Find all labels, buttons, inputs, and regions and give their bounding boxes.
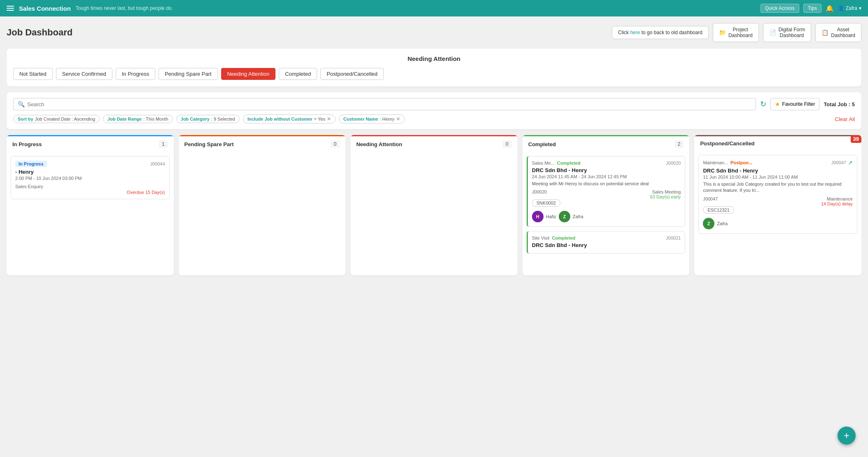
job-ref-j00020: J00020 [532, 189, 547, 194]
kanban-col-body-needing [350, 152, 518, 275]
project-dashboard-button[interactable]: 📁 ProjectDashboard [713, 23, 759, 42]
filter-chip-date-range: Job Date Range : This Month [103, 115, 173, 123]
job-customer-j00021: DRC Sdn Bhd - Henry [532, 242, 681, 248]
kanban-col-body-completed: Sales Me... Completed J00020 DRC Sdn Bhd… [523, 152, 690, 275]
search-input-wrap[interactable]: 🔍 [13, 98, 756, 110]
chip-val-customer: = Yes [314, 117, 325, 121]
avatar-zafra-2: Z [703, 218, 714, 229]
col-title-inprogress: In Progress [12, 141, 42, 147]
col-count-completed: 2 [674, 140, 684, 148]
kanban-col-header-pending: Pending Spare Part 0 [179, 135, 346, 152]
job-customer-j00020: DRC Sdn Bhd - Henry [532, 167, 681, 173]
job-meta-j00020: J00020 Sales Meeting [532, 189, 681, 194]
chevron-down-icon: ▾ [859, 5, 861, 11]
job-ref-j00047: J00047 [703, 196, 718, 201]
job-timing-j00047: 14 Day(s) delay [703, 201, 853, 206]
job-desc-j00047: This is a special Job Category created f… [703, 181, 853, 194]
tab-service-confirmed[interactable]: Service Confirmed [56, 68, 112, 80]
search-filter-card: 🔍 ↻ ★ Favourite Filter Total Job : 5 Sor… [7, 92, 861, 129]
total-jobs-label: Total Job : 5 [824, 101, 855, 107]
chip-close-name[interactable]: ✕ [396, 116, 400, 122]
filter-chip-name[interactable]: Customer Name : Henry ✕ [339, 114, 405, 124]
project-dashboard-label: ProjectDashboard [728, 27, 753, 38]
job-id-j00044: J00044 [150, 161, 165, 166]
tips-button[interactable]: Tips [803, 4, 821, 13]
main-content: Job Dashboard Click here to go back to o… [0, 16, 868, 285]
status-badge-inprogress: In Progress [15, 161, 47, 167]
status-badge-j00021: Completed [552, 235, 575, 240]
page-title: Job Dashboard [7, 27, 72, 38]
col-title-needing: Needing Attention [356, 141, 402, 147]
job-avatars-j00020: H Hafiz Z Zafra [532, 211, 681, 222]
notification-icon[interactable]: 🔔 [826, 5, 834, 12]
kanban-col-needing: Needing Attention 0 [350, 135, 518, 275]
col-title-postponed: Postponed/Cancelled [700, 140, 754, 147]
card-badges-j00020: Sales Me... Completed [532, 161, 581, 166]
refresh-button[interactable]: ↻ [760, 100, 766, 109]
old-dashboard-link: Click here to go back to old dashboard [612, 26, 709, 39]
old-dashboard-anchor[interactable]: here [630, 30, 640, 35]
old-dashboard-text: Click [618, 30, 630, 35]
tab-in-progress[interactable]: In Progress [116, 68, 155, 80]
kanban-col-inprogress: In Progress 1 In Progress J00044 - Henry… [7, 135, 174, 275]
job-id-j00020: J00020 [666, 161, 681, 166]
search-input[interactable] [27, 101, 751, 107]
star-icon: ★ [775, 101, 780, 107]
menu-icon[interactable] [7, 6, 14, 11]
job-card-j00047: Maintenan... Postpon... J00047 ↗ DRC Sdn… [698, 155, 857, 234]
job-id-j00021: J00021 [666, 235, 681, 240]
chip-close-customer[interactable]: ✕ [327, 116, 331, 122]
app-tagline: Tough times never last, but tough people… [76, 5, 173, 11]
chip-val-name: : Henry [380, 117, 394, 121]
job-timing-j00020: 63 Day(s) early [532, 194, 681, 199]
filter-chip-category: Job Category : 9 Selected [176, 115, 240, 123]
job-meta-j00047: J00047 Maintenance [703, 196, 853, 201]
avatar-name-hafiz: Hafiz [546, 214, 556, 219]
tab-pending-spare-part[interactable]: Pending Spare Part [159, 68, 217, 80]
digital-form-dashboard-button[interactable]: 📄 Digital FormDashboard [763, 23, 812, 42]
tab-postponed-cancelled[interactable]: Postponed/Cancelled [320, 68, 384, 80]
avatar-name-zafra-2: Zafra [717, 221, 728, 226]
search-icon: 🔍 [18, 101, 25, 107]
avatar-name-zafra: Zafra [573, 214, 583, 219]
postponed-count-badge: 39 [851, 135, 861, 143]
chip-key-date-range: Job Date Range [107, 117, 142, 121]
old-dashboard-suffix: to go back to old dashboard [640, 30, 702, 35]
quick-access-button[interactable]: Quick Access [761, 4, 799, 13]
topnav: Sales Connection Tough times never last,… [0, 0, 868, 16]
header-actions: Click here to go back to old dashboard 📁… [612, 23, 861, 42]
job-type-j00020: Sales Me... [532, 161, 555, 166]
tab-needing-attention[interactable]: Needing Attention [221, 68, 276, 80]
open-link-icon[interactable]: ↗ [848, 159, 853, 166]
col-count-needing: 0 [502, 140, 512, 148]
job-desc-j00020: Meeting with Mr Henry to discuss on pote… [532, 181, 681, 187]
card-badges-j00021: Site Visit Completed [532, 235, 575, 240]
tab-not-started[interactable]: Not Started [13, 68, 53, 80]
user-menu[interactable]: 👤 Zafra ▾ [838, 5, 861, 11]
avatar-zafra: Z [559, 211, 570, 222]
document-icon: 📄 [769, 29, 776, 36]
clear-all-button[interactable]: Clear All [835, 116, 855, 122]
kanban-col-postponed: Postponed/Cancelled 39 Maintenan... Post… [694, 135, 861, 275]
job-card-top-j00044: In Progress J00044 [15, 161, 165, 167]
chip-key-customer: Include Job without Customer [247, 117, 313, 121]
kanban-col-pending-spare: Pending Spare Part 0 [179, 135, 346, 275]
job-card-top-j00021: Site Visit Completed J00021 [532, 235, 681, 240]
job-category-j00044: Sales Enquiry [15, 184, 43, 189]
job-customer-j00047: DRC Sdn Bhd - Henry [703, 168, 853, 174]
job-date-j00044: 2:00 PM - 10 Jun 2024 03:00 PM [15, 176, 165, 181]
user-name: Zafra [846, 5, 857, 11]
favourite-filter-button[interactable]: ★ Favourite Filter [770, 98, 819, 110]
job-card-top-j00020: Sales Me... Completed J00020 [532, 161, 681, 166]
tab-completed[interactable]: Completed [279, 68, 317, 80]
kanban-col-header-postponed: Postponed/Cancelled 39 [694, 135, 861, 151]
filter-chip-customer[interactable]: Include Job without Customer = Yes ✕ [243, 114, 336, 124]
filter-chips: Sort by Job Created Date : Ascending Job… [13, 114, 855, 124]
job-type-j00021: Site Visit [532, 235, 550, 240]
favourite-label: Favourite Filter [782, 101, 815, 107]
job-id-wrap-j00047: J00047 ↗ [831, 159, 853, 166]
search-row: 🔍 ↻ ★ Favourite Filter Total Job : 5 [13, 98, 855, 110]
job-date-j00047: 11 Jun 2024 10:00 AM - 11 Jun 2024 11:00… [703, 175, 853, 180]
asset-dashboard-button[interactable]: 📋 AssetDashboard [815, 23, 861, 42]
card-badges-j00047: Maintenan... Postpon... [703, 160, 752, 165]
